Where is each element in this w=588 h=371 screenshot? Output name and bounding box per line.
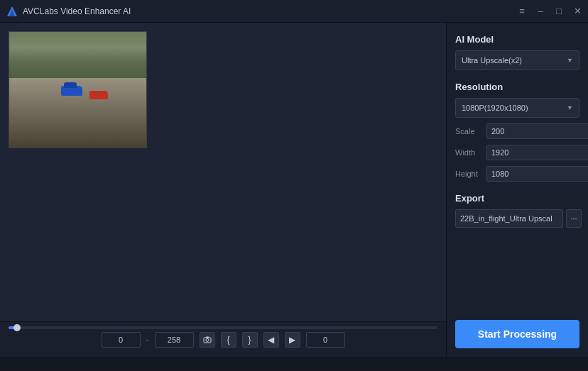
mark-out-button[interactable]: } — [242, 332, 258, 348]
ai-model-dropdown[interactable]: Ultra Upscale(x2) ▼ — [455, 50, 579, 70]
height-input[interactable] — [486, 166, 588, 182]
next-frame-button[interactable]: ▶ — [285, 332, 300, 348]
height-label: Height — [455, 170, 482, 178]
resolution-value: 1080P(1920x1080) — [462, 104, 528, 112]
mark-in-button[interactable]: { — [221, 332, 236, 348]
window-controls: ≡ – □ ✕ — [517, 6, 582, 16]
frame-start-input[interactable] — [102, 332, 141, 348]
seek-handle[interactable] — [13, 324, 21, 331]
video-area: - { } ◀ ▶ — [0, 23, 446, 357]
app-title: AVCLabs Video Enhancer AI — [23, 6, 131, 16]
frame-end-input[interactable] — [155, 332, 194, 348]
scale-label: Scale — [455, 127, 482, 135]
app-logo-icon — [6, 5, 18, 18]
video-canvas — [0, 23, 446, 321]
current-frame-input[interactable] — [306, 332, 345, 348]
app-logo: AVCLabs Video Enhancer AI — [6, 5, 131, 18]
ai-model-section: AI Model Ultra Upscale(x2) ▼ — [455, 34, 579, 70]
resolution-section: Resolution 1080P(1920x1080) ▼ Scale % Wi… — [455, 82, 579, 182]
car-blue — [61, 86, 82, 96]
controls-row: - { } ◀ ▶ — [9, 332, 437, 348]
right-panel: AI Model Ultra Upscale(x2) ▼ Resolution … — [446, 23, 588, 357]
ai-model-arrow: ▼ — [567, 57, 573, 64]
timeline-area: - { } ◀ ▶ — [0, 321, 446, 357]
video-thumbnail — [9, 31, 147, 148]
seek-bar[interactable] — [9, 326, 437, 329]
snapshot-button[interactable] — [200, 332, 215, 348]
menu-button[interactable]: ≡ — [517, 6, 527, 16]
video-frame — [9, 32, 146, 148]
resolution-dropdown[interactable]: 1080P(1920x1080) ▼ — [455, 98, 579, 118]
resolution-label: Resolution — [455, 82, 579, 92]
svg-rect-4 — [206, 337, 209, 338]
camera-icon — [203, 336, 212, 344]
car-red — [89, 91, 108, 99]
seek-bar-container — [9, 326, 437, 329]
export-filename-input[interactable] — [455, 209, 563, 228]
status-bar — [0, 357, 588, 371]
export-section: Export ··· — [455, 193, 579, 228]
video-stands — [9, 32, 146, 84]
height-row: Height — [455, 166, 579, 182]
svg-point-3 — [206, 339, 209, 342]
maximize-button[interactable]: □ — [554, 6, 564, 16]
width-input[interactable] — [486, 145, 588, 160]
minimize-button[interactable]: – — [535, 6, 545, 16]
ai-model-label: AI Model — [455, 34, 579, 45]
export-label: Export — [455, 193, 579, 204]
export-row: ··· — [455, 209, 579, 228]
prev-frame-button[interactable]: ◀ — [263, 332, 279, 348]
close-button[interactable]: ✕ — [572, 6, 582, 16]
scale-input[interactable] — [486, 123, 588, 139]
width-row: Width — [455, 145, 579, 160]
titlebar: AVCLabs Video Enhancer AI ≡ – □ ✕ — [0, 0, 588, 23]
frame-separator: - — [146, 335, 149, 345]
ai-model-value: Ultra Upscale(x2) — [462, 56, 522, 65]
width-label: Width — [455, 148, 482, 157]
scale-row: Scale % — [455, 123, 579, 139]
resolution-arrow: ▼ — [567, 104, 573, 111]
export-menu-button[interactable]: ··· — [566, 209, 582, 228]
start-processing-button[interactable]: Start Processing — [455, 320, 579, 348]
main-content: - { } ◀ ▶ AI Model — [0, 23, 588, 357]
